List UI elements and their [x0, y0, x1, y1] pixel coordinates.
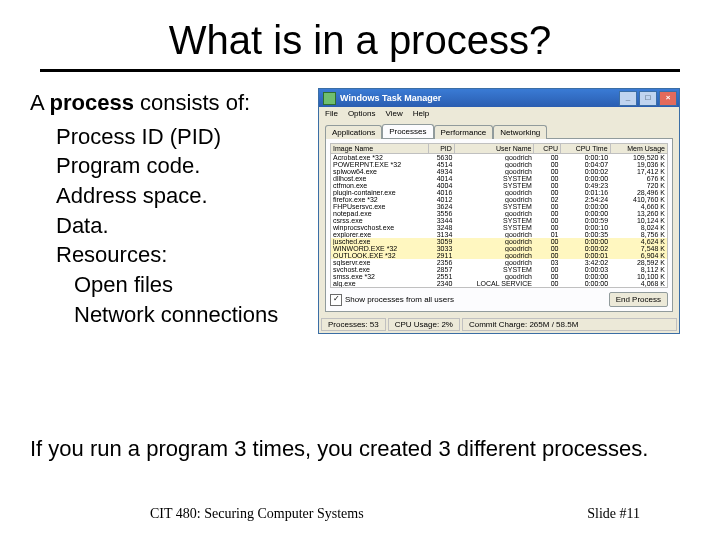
table-cell: 00 [534, 175, 561, 182]
table-cell: 0:00:03 [560, 266, 610, 273]
table-cell: 4012 [428, 196, 454, 203]
show-all-users-checkbox[interactable]: ✓ Show processes from all users [330, 294, 454, 306]
table-row[interactable]: FHPUsersvc.exe3624SYSTEM000:00:004,660 K [331, 203, 668, 210]
table-cell: 3624 [428, 203, 454, 210]
table-cell: 2551 [428, 273, 454, 280]
table-cell: 00 [534, 189, 561, 196]
table-row[interactable]: ctfmon.exe4004SYSTEM000:49:23720 K [331, 182, 668, 189]
table-row[interactable]: svchost.exe2857SYSTEM000:00:038,112 K [331, 266, 668, 273]
tab-strip: ApplicationsProcessesPerformanceNetworki… [319, 120, 679, 138]
maximize-button[interactable]: □ [639, 91, 657, 106]
checkbox-label: Show processes from all users [345, 295, 454, 304]
table-cell: goodrich [454, 154, 534, 162]
table-row[interactable]: explorer.exe3134goodrich010:00:358,756 K [331, 231, 668, 238]
table-cell: SYSTEM [454, 266, 534, 273]
table-cell: 4,068 K [610, 280, 667, 288]
table-cell: 109,520 K [610, 154, 667, 162]
table-cell: 00 [534, 245, 561, 252]
table-row[interactable]: OUTLOOK.EXE *322911goodrich000:00:016,90… [331, 252, 668, 259]
table-row[interactable]: winprocsvchost.exe3248SYSTEM000:00:108,0… [331, 224, 668, 231]
minimize-button[interactable]: _ [619, 91, 637, 106]
tab[interactable]: Processes [382, 124, 433, 138]
table-row[interactable]: POWERPNT.EXE *324514goodrich000:04:0719,… [331, 161, 668, 168]
column-header[interactable]: CPU Time [560, 144, 610, 154]
table-row[interactable]: Acrobat.exe *325630goodrich000:00:10109,… [331, 154, 668, 162]
tab[interactable]: Applications [325, 125, 382, 139]
column-header[interactable]: Mem Usage [610, 144, 667, 154]
column-header[interactable]: Image Name [331, 144, 429, 154]
table-cell: 0:00:10 [560, 154, 610, 162]
table-cell: 0:00:00 [560, 238, 610, 245]
table-cell: 00 [534, 168, 561, 175]
table-cell: 10,124 K [610, 217, 667, 224]
table-cell: WINWORD.EXE *32 [331, 245, 429, 252]
table-row[interactable]: jusched.exe3059goodrich000:00:004,624 K [331, 238, 668, 245]
table-row[interactable]: notepad.exe3556goodrich000:00:0013,260 K [331, 210, 668, 217]
table-cell: goodrich [454, 238, 534, 245]
table-cell: SYSTEM [454, 203, 534, 210]
table-cell: alg.exe [331, 280, 429, 288]
table-cell: 00 [534, 224, 561, 231]
table-cell: goodrich [454, 259, 534, 266]
menu-item[interactable]: Options [348, 109, 376, 118]
table-cell: 00 [534, 280, 561, 288]
end-process-button[interactable]: End Process [609, 292, 668, 307]
table-cell: 00 [534, 161, 561, 168]
table-cell: SYSTEM [454, 182, 534, 189]
table-cell: goodrich [454, 273, 534, 280]
table-row[interactable]: csrss.exe3344SYSTEM000:00:5910,124 K [331, 217, 668, 224]
table-cell: 4004 [428, 182, 454, 189]
table-cell: 03 [534, 259, 561, 266]
table-row[interactable]: smss.exe *322551goodrich000:00:0010,100 … [331, 273, 668, 280]
lead-suffix: consists of: [134, 90, 250, 115]
column-header[interactable]: User Name [454, 144, 534, 154]
tab[interactable]: Networking [493, 125, 547, 139]
table-cell: 02 [534, 196, 561, 203]
table-row[interactable]: firefox.exe *324012goodrich022:54:24410,… [331, 196, 668, 203]
column-header[interactable]: PID [428, 144, 454, 154]
table-cell: 0:01:16 [560, 189, 610, 196]
menu-item[interactable]: File [325, 109, 338, 118]
table-cell: 0:00:00 [560, 210, 610, 217]
tab[interactable]: Performance [434, 125, 494, 139]
table-cell: POWERPNT.EXE *32 [331, 161, 429, 168]
left-column: A process consists of: Process ID (PID)P… [30, 88, 308, 334]
table-cell: 0:04:07 [560, 161, 610, 168]
menu-item[interactable]: Help [413, 109, 429, 118]
bullet-item: Data. [30, 211, 308, 241]
table-cell: 3556 [428, 210, 454, 217]
table-row[interactable]: plugin-container.exe4016goodrich000:01:1… [331, 189, 668, 196]
footer-course: CIT 480: Securing Computer Systems [150, 506, 364, 522]
table-cell: 10,100 K [610, 273, 667, 280]
bullet-sub-item: Network connections [30, 300, 308, 330]
table-cell: 7,548 K [610, 245, 667, 252]
column-header[interactable]: CPU [534, 144, 561, 154]
titlebar[interactable]: Windows Task Manager _ □ × [319, 89, 679, 107]
table-row[interactable]: sqlservr.exe2356goodrich033:42:0228,592 … [331, 259, 668, 266]
bullet-sub-item: Open files [30, 270, 308, 300]
menu-item[interactable]: View [385, 109, 402, 118]
table-cell: 2356 [428, 259, 454, 266]
table-cell: goodrich [454, 231, 534, 238]
table-cell: 4934 [428, 168, 454, 175]
table-cell: 0:00:00 [560, 273, 610, 280]
table-row[interactable]: WINWORD.EXE *323033goodrich000:00:027,54… [331, 245, 668, 252]
table-cell: SYSTEM [454, 224, 534, 231]
table-cell: firefox.exe *32 [331, 196, 429, 203]
table-cell: sqlservr.exe [331, 259, 429, 266]
table-cell: 00 [534, 182, 561, 189]
checkbox-icon: ✓ [330, 294, 342, 306]
table-cell: 28,496 K [610, 189, 667, 196]
process-table[interactable]: Image NamePIDUser NameCPUCPU TimeMem Usa… [330, 143, 668, 288]
bullet-item: Address space. [30, 181, 308, 211]
table-row[interactable]: alg.exe2340LOCAL SERVICE000:00:004,068 K [331, 280, 668, 288]
bottom-line: If you run a program 3 times, you create… [30, 436, 690, 462]
close-button[interactable]: × [659, 91, 677, 106]
table-row[interactable]: splwow64.exe4934goodrich000:00:0217,412 … [331, 168, 668, 175]
table-cell: 0:00:02 [560, 245, 610, 252]
table-cell: 13,260 K [610, 210, 667, 217]
table-cell: 17,412 K [610, 168, 667, 175]
task-manager-window: Windows Task Manager _ □ × FileOptionsVi… [318, 88, 680, 334]
table-row[interactable]: dllhost.exe4014SYSTEM000:00:00676 K [331, 175, 668, 182]
table-cell: 28,592 K [610, 259, 667, 266]
